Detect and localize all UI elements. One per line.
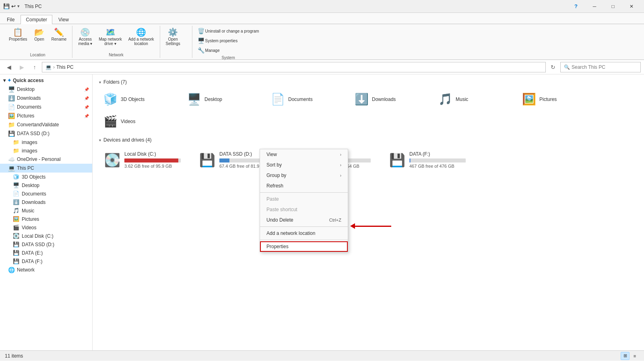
titlebar-controls: ? ─ □ ✕ [567, 0, 641, 13]
drive-item-c[interactable]: 💽 Local Disk (C:) 3.62 GB free of 95.9 G… [99, 148, 188, 172]
ribbon-btn-add-network-location[interactable]: 🌐 Add a networklocation [126, 27, 157, 47]
sidebar-item-images1[interactable]: 📁 images [0, 138, 92, 146]
ribbon-btn-rename[interactable]: ✏️ Rename [49, 27, 69, 43]
folder-item-documents[interactable]: 📄 Documents [266, 90, 347, 109]
folder-pictures-icon: 🖼️ [522, 93, 536, 106]
view-btn-list[interactable]: ≡ [630, 352, 639, 360]
sidebar-sub-music-label: Music [22, 208, 34, 214]
sidebar-item-convertandvalidate[interactable]: 📁 ConvertandValidate [0, 120, 92, 129]
ctx-undo-delete[interactable]: Undo Delete Ctrl+Z [260, 215, 348, 225]
undo-icon[interactable]: ↩ [11, 3, 16, 9]
ctx-paste-shortcut: Paste shortcut [260, 204, 348, 215]
sidebar-item-data-ssd[interactable]: 💾 DATA SSD (D:) [0, 129, 92, 138]
sub-datae-icon: 💾 [13, 250, 19, 256]
folder-item-videos[interactable]: 🎬 Videos [99, 112, 180, 131]
folder-3dobjects-icon: 🧊 [103, 93, 118, 106]
sub-downloads-icon: ⬇️ [13, 199, 19, 205]
sidebar-sub-videos[interactable]: 🎬 Videos [0, 223, 92, 232]
sidebar-item-documents[interactable]: 📄 Documents 📌 [0, 103, 92, 111]
ctx-sort-by[interactable]: Sort by › [260, 160, 348, 170]
ctx-view-arrow: › [340, 152, 341, 157]
sidebar-sub-pictures[interactable]: 🖼️ Pictures [0, 215, 92, 223]
ribbon-btn-open[interactable]: 📂 Open [31, 27, 47, 43]
folders-section-header[interactable]: ▾ Folders (7) [99, 79, 638, 85]
sidebar-item-desktop[interactable]: 🖥️ Desktop 📌 [0, 85, 92, 94]
maximize-button[interactable]: □ [604, 0, 622, 13]
sidebar-item-downloads[interactable]: ⬇️ Downloads 📌 [0, 94, 92, 103]
qat-dropdown-icon[interactable]: ▾ [17, 4, 20, 9]
tab-view[interactable]: View [53, 15, 74, 24]
computer-icon: 💻 [8, 165, 14, 171]
arrow-line [355, 226, 391, 227]
ribbon-group-network-label: Network [76, 52, 156, 57]
sidebar-sub-data-e[interactable]: 💾 DATA (E:) [0, 249, 92, 257]
folder-item-3dobjects[interactable]: 🧊 3D Objects [99, 90, 180, 109]
sidebar-item-thispc[interactable]: 💻 This PC [0, 164, 92, 173]
quick-access-label: Quick access [13, 78, 44, 83]
sidebar-item-images2[interactable]: 📁 images [0, 146, 92, 155]
sidebar-quick-access[interactable]: ▾ ✦ Quick access [0, 76, 92, 85]
ctx-refresh[interactable]: Refresh [260, 181, 348, 191]
drive-c-bar [124, 158, 178, 162]
sidebar-item-convert-label: ConvertandValidate [17, 122, 59, 128]
ribbon-group-system: 🗑️ Uninstall or change a program 🖥️ Syst… [192, 26, 264, 58]
drive-item-f[interactable]: 💾 DATA (F:) 467 GB free of 476 GB [384, 148, 473, 172]
refresh-button[interactable]: ↻ [547, 62, 559, 73]
up-button[interactable]: ↑ [29, 62, 40, 73]
ribbon-btn-map-network[interactable]: 🗺️ Map networkdrive ▾ [96, 27, 124, 47]
ctx-add-network-location[interactable]: Add a network location [260, 228, 348, 239]
ribbon-tabs: File Computer View [0, 13, 644, 24]
sidebar-sub-documents[interactable]: 📄 Documents [0, 189, 92, 198]
address-path[interactable]: 💻 › This PC [42, 62, 546, 72]
ribbon-btn-open-settings[interactable]: ⚙️ OpenSettings [163, 27, 183, 47]
sidebar-sub-data-ssd[interactable]: 💾 DATA SSD (D:) [0, 240, 92, 249]
drive-c-info: Local Disk (C:) 3.62 GB free of 95.9 GB [124, 151, 182, 169]
folder-item-pictures[interactable]: 🖼️ Pictures [518, 90, 598, 109]
titlebar-left: 💾 ↩ ▾ This PC [3, 3, 42, 9]
folder-icon-convert: 📁 [8, 121, 14, 128]
sidebar-item-network[interactable]: 🌐 Network [0, 265, 92, 274]
tab-computer[interactable]: Computer [21, 15, 52, 24]
help-button[interactable]: ? [567, 0, 585, 13]
tab-file[interactable]: File [2, 15, 20, 24]
view-btn-icons[interactable]: ⊞ [621, 352, 630, 360]
ribbon-btn-properties[interactable]: 📋 Properties [6, 27, 30, 43]
sub-desktop-icon: 🖥️ [13, 182, 19, 188]
ribbon-btn-access-media[interactable]: 💿 Accessmedia ▾ [76, 27, 95, 47]
sub-datassd-icon: 💾 [13, 241, 19, 247]
ctx-group-by[interactable]: Group by › [260, 170, 348, 181]
title-text: This PC [25, 4, 42, 9]
items-count: 11 items [5, 353, 23, 359]
save-icon[interactable]: 💾 [3, 3, 10, 9]
sidebar-item-pictures[interactable]: 🖼️ Pictures 📌 [0, 111, 92, 120]
folder-item-downloads[interactable]: ⬇️ Downloads [350, 90, 431, 109]
3d-objects-icon: 🧊 [13, 174, 19, 180]
sidebar-sub-local-disk[interactable]: 💽 Local Disk (C:) [0, 232, 92, 240]
sidebar-sub-data-f[interactable]: 💾 DATA (F:) [0, 257, 92, 265]
folder-item-desktop[interactable]: 🖥️ Desktop [183, 90, 263, 109]
ctx-view[interactable]: View › [260, 149, 348, 160]
sidebar-sub-downloads[interactable]: ⬇️ Downloads [0, 198, 92, 206]
folder-item-music[interactable]: 🎵 Music [434, 90, 514, 109]
search-box[interactable]: 🔍 [560, 62, 641, 72]
ctx-properties[interactable]: Properties [260, 241, 348, 252]
sidebar-sub-3d-objects[interactable]: 🧊 3D Objects [0, 173, 92, 181]
close-button[interactable]: ✕ [622, 0, 641, 13]
sidebar-sub-desktop[interactable]: 🖥️ Desktop [0, 181, 92, 189]
ribbon-btn-uninstall[interactable]: 🗑️ Uninstall or change a program [196, 27, 261, 35]
ribbon-btn-system-properties[interactable]: 🖥️ System properties [196, 36, 240, 45]
sidebar-sub-music[interactable]: 🎵 Music [0, 206, 92, 215]
folder-music-icon: 🎵 [438, 93, 452, 106]
ribbon-group-location: 📋 Properties 📂 Open ✏️ Rename Location [3, 26, 72, 58]
forward-button[interactable]: ▶ [16, 62, 27, 73]
search-input[interactable] [572, 64, 637, 70]
ribbon-btn-manage[interactable]: 🔧 Manage [196, 46, 222, 55]
ribbon-group-network: 💿 Accessmedia ▾ 🗺️ Map networkdrive ▾ 🌐 … [72, 26, 160, 58]
drives-section-header[interactable]: ▾ Devices and drives (4) [99, 137, 638, 143]
sidebar-item-onedrive[interactable]: ☁️ OneDrive - Personal [0, 155, 92, 164]
back-button[interactable]: ◀ [3, 62, 14, 73]
sub-localdisk-icon: 💽 [13, 233, 19, 239]
minimize-button[interactable]: ─ [585, 0, 604, 13]
sidebar-sub-dataf-label: DATA (F:) [22, 259, 43, 264]
folder-desktop-icon: 🖥️ [187, 93, 201, 106]
